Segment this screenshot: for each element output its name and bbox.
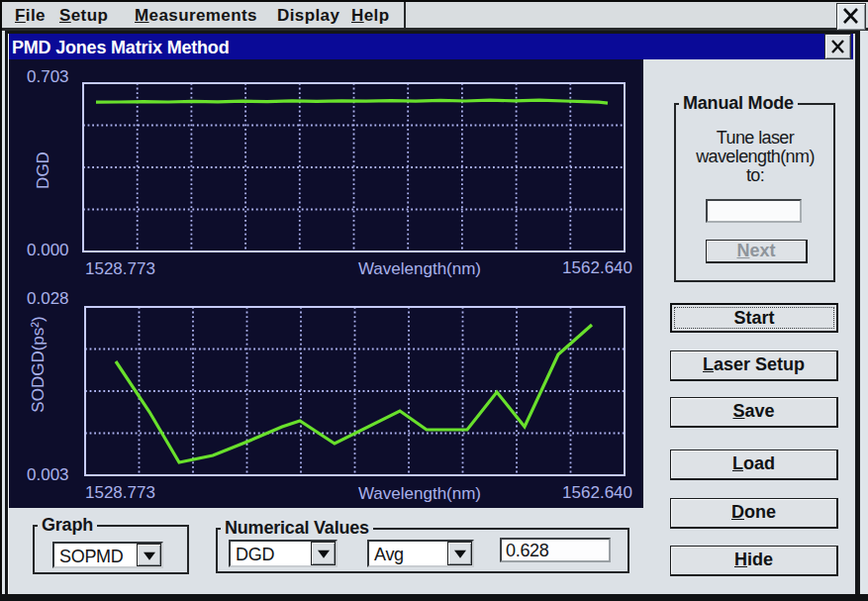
svg-text:1562.640: 1562.640 (562, 258, 632, 277)
svg-text:0.028: 0.028 (27, 289, 69, 308)
svg-text:0.003: 0.003 (27, 465, 69, 484)
svg-text:0.703: 0.703 (27, 67, 69, 86)
svg-text:Wavelength(nm): Wavelength(nm) (358, 484, 481, 503)
svg-text:1528.773: 1528.773 (85, 483, 155, 502)
svg-text:1528.773: 1528.773 (85, 259, 155, 278)
svg-text:Wavelength(nm): Wavelength(nm) (358, 259, 481, 278)
svg-text:1562.640: 1562.640 (562, 483, 632, 502)
svg-text:0.000: 0.000 (27, 241, 69, 259)
svg-text:DGD: DGD (34, 151, 52, 189)
svg-text:SODGD(ps²): SODGD(ps²) (29, 316, 48, 412)
